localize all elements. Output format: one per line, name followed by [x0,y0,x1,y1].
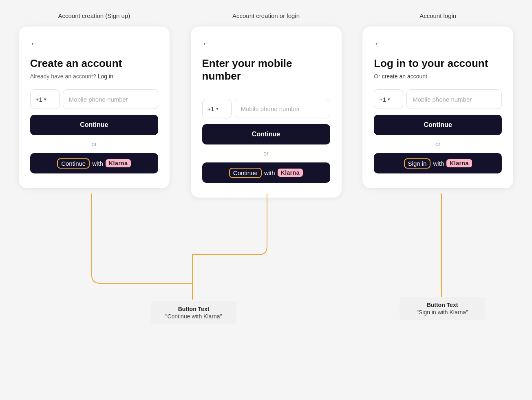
tooltip-middle-label: Button Text [157,306,230,312]
phone-input-creation-login[interactable] [235,99,330,118]
column-title-signup: Account creation (Sign up) [58,12,130,19]
card-signup: ← Create an account Already have an acco… [19,27,170,188]
heading-signup: Create an account [30,57,158,70]
tooltip-right-value: "Sign in with Klarna" [417,309,468,316]
tooltip-right-label: Button Text [406,302,479,308]
tooltip-right: Button Text "Sign in with Klarna" [400,293,485,320]
klarna-prefix-signup: Continue [61,160,86,167]
or-text-login: or [374,141,502,147]
phone-row-login: +1 ▾ [374,89,502,109]
klarna-annotation-login: Sign in [404,158,431,169]
subtext-signup: Already have an account? Log in [30,73,158,80]
or-text-signup: or [30,141,158,147]
tooltip-middle-value: "Continue with Klarna" [165,313,222,320]
column-creation-login: Account creation or login ← Enter your m… [180,12,352,198]
back-arrow-creation-login[interactable]: ← [202,40,210,48]
column-signup: Account creation (Sign up) ← Create an a… [8,12,180,188]
phone-row-creation-login: +1 ▾ [202,99,330,118]
klarna-brand-signup: Klarna [106,159,131,167]
chevron-down-icon-2: ▾ [216,106,219,111]
phone-input-login[interactable] [406,89,502,109]
country-select-creation-login[interactable]: +1 ▾ [202,99,232,118]
subtext-spacer [202,86,330,99]
klarna-brand-creation-login: Klarna [278,169,303,177]
continue-button-creation-login[interactable]: Continue [202,124,330,144]
klarna-button-login[interactable]: Sign in with Klarna [374,153,502,173]
klarna-with-creation-login: with [264,169,275,176]
klarna-prefix-creation-login: Continue [233,169,258,176]
heading-creation-login: Enter your mobile number [202,57,330,82]
phone-row-signup: +1 ▾ [30,89,158,109]
heading-login: Log in to your account [374,57,502,70]
login-link-signup[interactable]: Log in [98,73,113,80]
card-creation-login: ← Enter your mobile number +1 ▾ Continue… [191,27,342,198]
create-account-link-login[interactable]: create an account [382,73,427,80]
klarna-with-signup: with [92,160,103,167]
klarna-annotation-signup: Continue [57,158,90,169]
back-arrow-signup[interactable]: ← [30,40,38,48]
klarna-with-login: with [433,160,444,167]
chevron-down-icon-3: ▾ [388,97,390,102]
klarna-brand-login: Klarna [446,159,472,167]
column-title-creation-login: Account creation or login [232,12,300,19]
connector-area: Button Text "Continue with Klarna" Butto… [8,193,524,324]
column-login: Account login ← Log in to your account O… [352,12,524,188]
continue-button-login[interactable]: Continue [374,115,502,135]
card-login: ← Log in to your account Or create an ac… [362,27,513,188]
country-select-signup[interactable]: +1 ▾ [30,89,60,109]
column-title-login: Account login [419,12,456,19]
or-text-creation-login: or [202,150,330,157]
klarna-prefix-login: Sign in [408,160,427,167]
tooltip-middle: Button Text "Continue with Klarna" [151,298,236,324]
back-arrow-login[interactable]: ← [374,40,381,48]
klarna-annotation-creation-login: Continue [229,168,262,178]
country-select-login[interactable]: +1 ▾ [374,89,403,109]
chevron-down-icon: ▾ [44,97,46,102]
subtext-login: Or create an account [374,73,502,80]
continue-button-signup[interactable]: Continue [30,115,158,135]
klarna-button-creation-login[interactable]: Continue with Klarna [202,162,330,183]
phone-input-signup[interactable] [63,89,158,109]
klarna-button-signup[interactable]: Continue with Klarna [30,153,158,173]
